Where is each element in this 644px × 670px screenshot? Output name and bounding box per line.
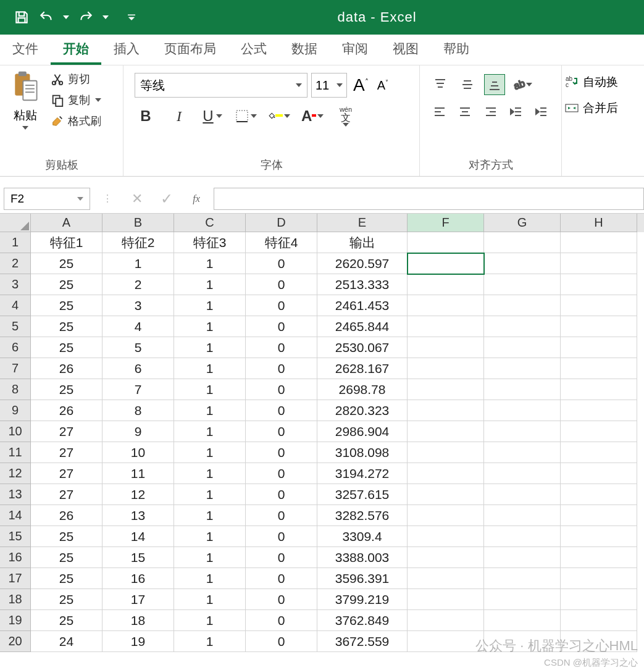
cell[interactable]: 25	[31, 526, 102, 547]
cell[interactable]	[484, 484, 561, 505]
cell[interactable]: 0	[246, 568, 317, 589]
cell[interactable]	[561, 274, 637, 295]
cell[interactable]	[484, 295, 561, 316]
cell[interactable]	[561, 442, 637, 463]
row-header-3[interactable]: 3	[0, 274, 31, 295]
row-header-16[interactable]: 16	[0, 547, 31, 568]
cell[interactable]	[561, 295, 637, 316]
cell[interactable]: 24	[31, 631, 102, 652]
cell[interactable]: 0	[246, 463, 317, 484]
undo-dropdown[interactable]	[62, 15, 70, 19]
cell[interactable]: 2513.333	[317, 274, 408, 295]
cell[interactable]: 3	[102, 295, 174, 316]
decrease-indent-button[interactable]	[506, 101, 525, 122]
column-header-D[interactable]: D	[246, 214, 317, 232]
cell[interactable]: 0	[246, 337, 317, 358]
cell[interactable]: 2986.904	[317, 421, 408, 442]
cell[interactable]: 25	[31, 379, 102, 400]
cell[interactable]: 1	[174, 379, 246, 400]
increase-indent-button[interactable]	[532, 101, 551, 122]
cell[interactable]: 25	[31, 568, 102, 589]
cell[interactable]	[408, 274, 484, 295]
cell[interactable]	[484, 358, 561, 379]
cell[interactable]	[408, 589, 484, 610]
cell[interactable]	[484, 463, 561, 484]
cell[interactable]: 11	[102, 463, 174, 484]
cell[interactable]	[484, 274, 561, 295]
copy-button[interactable]: 复制	[48, 91, 104, 109]
align-center-button[interactable]	[455, 101, 474, 122]
redo-button[interactable]	[77, 8, 95, 27]
cell[interactable]	[484, 547, 561, 568]
tab-帮助[interactable]: 帮助	[431, 33, 482, 65]
cell[interactable]: 2530.067	[317, 337, 408, 358]
tab-开始[interactable]: 开始	[51, 33, 101, 65]
row-header-12[interactable]: 12	[0, 463, 31, 484]
row-header-5[interactable]: 5	[0, 316, 31, 337]
cell[interactable]: 2461.453	[317, 295, 408, 316]
select-all-button[interactable]	[0, 214, 31, 232]
cell[interactable]: 3388.003	[317, 547, 408, 568]
cell[interactable]	[408, 547, 484, 568]
cell[interactable]: 0	[246, 442, 317, 463]
cell[interactable]	[561, 316, 637, 337]
cell[interactable]	[484, 421, 561, 442]
cell[interactable]: 25	[31, 295, 102, 316]
cell[interactable]: 0	[246, 631, 317, 652]
cell[interactable]: 0	[246, 484, 317, 505]
cell[interactable]: 0	[246, 316, 317, 337]
row-header-6[interactable]: 6	[0, 337, 31, 358]
cell[interactable]: 6	[102, 358, 174, 379]
cell[interactable]: 0	[246, 610, 317, 631]
cell[interactable]: 2	[102, 274, 174, 295]
wrap-text-button[interactable]: abc 自动换	[564, 74, 640, 90]
cell[interactable]: 0	[246, 295, 317, 316]
column-header-H[interactable]: H	[561, 214, 637, 232]
column-header-F[interactable]: F	[408, 214, 484, 232]
column-header-A[interactable]: A	[31, 214, 102, 232]
cell[interactable]	[484, 505, 561, 526]
orientation-button[interactable]: ab	[511, 74, 532, 95]
cell[interactable]: 8	[102, 400, 174, 421]
row-header-10[interactable]: 10	[0, 421, 31, 442]
cell[interactable]	[408, 631, 484, 652]
cell[interactable]: 1	[174, 610, 246, 631]
fill-color-button[interactable]	[268, 105, 290, 127]
cell[interactable]	[484, 379, 561, 400]
cut-button[interactable]: 剪切	[48, 70, 104, 88]
cell[interactable]: 3257.615	[317, 484, 408, 505]
cell[interactable]: 1	[174, 421, 246, 442]
cell[interactable]	[408, 337, 484, 358]
tab-页面布局[interactable]: 页面布局	[152, 33, 228, 65]
cell[interactable]	[408, 484, 484, 505]
cell[interactable]: 15	[102, 547, 174, 568]
cell[interactable]: 14	[102, 526, 174, 547]
cell[interactable]: 25	[31, 316, 102, 337]
cell[interactable]: 0	[246, 400, 317, 421]
cell[interactable]: 27	[31, 442, 102, 463]
cell[interactable]	[484, 631, 561, 652]
cell[interactable]	[561, 505, 637, 526]
cell[interactable]: 0	[246, 589, 317, 610]
cell[interactable]	[408, 253, 484, 274]
cell[interactable]: 1	[174, 547, 246, 568]
cell[interactable]: 3799.219	[317, 589, 408, 610]
cell[interactable]: 0	[246, 358, 317, 379]
cell[interactable]	[561, 379, 637, 400]
cell[interactable]	[408, 526, 484, 547]
row-header-15[interactable]: 15	[0, 526, 31, 547]
borders-button[interactable]	[235, 105, 257, 127]
cell[interactable]: 1	[174, 295, 246, 316]
cell[interactable]	[561, 568, 637, 589]
cell[interactable]: 27	[31, 421, 102, 442]
cell[interactable]	[408, 400, 484, 421]
cell[interactable]	[484, 568, 561, 589]
cell[interactable]: 1	[174, 505, 246, 526]
row-header-19[interactable]: 19	[0, 610, 31, 631]
cell[interactable]	[408, 295, 484, 316]
cell[interactable]: 1	[174, 568, 246, 589]
cell[interactable]: 25	[31, 610, 102, 631]
cell[interactable]	[408, 568, 484, 589]
font-color-button[interactable]: A	[301, 105, 324, 127]
cell[interactable]: 27	[31, 484, 102, 505]
